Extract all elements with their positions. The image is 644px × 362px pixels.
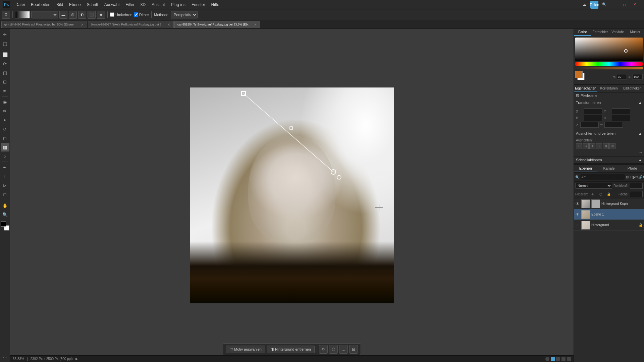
alpha-slider[interactable] bbox=[575, 67, 643, 69]
menu-bearbeiten[interactable]: Bearbeiten bbox=[28, 1, 53, 8]
canvas-image[interactable] bbox=[190, 87, 394, 303]
hue-slider[interactable] bbox=[575, 62, 643, 66]
view-btn[interactable]: ⊟ bbox=[349, 345, 358, 354]
status-icon5[interactable] bbox=[567, 357, 571, 361]
layer-visibility-1[interactable]: 👁 bbox=[575, 212, 580, 217]
motiv-select-btn[interactable]: ⬚ Motiv auswählen bbox=[226, 346, 265, 353]
layer-link-btn[interactable]: 🔗 bbox=[638, 174, 642, 180]
align-more-btn[interactable]: ··· bbox=[639, 150, 642, 155]
tab-girl[interactable]: girl-1846490 Pixels auf Pixabay.jpg bei … bbox=[1, 21, 87, 28]
menu-schrift[interactable]: Schrift bbox=[84, 1, 101, 8]
fix-position-btn[interactable]: ✛ bbox=[589, 191, 596, 197]
w-input[interactable] bbox=[584, 115, 602, 121]
layer-item-ebene1[interactable]: 👁 Ebene 1 bbox=[574, 209, 644, 220]
tool-object-select[interactable]: ◫ bbox=[1, 68, 9, 77]
bg-remove-btn[interactable]: ◨ Hintergrund entfernen bbox=[267, 346, 315, 353]
tool-hand[interactable]: ✋ bbox=[1, 201, 9, 210]
tab-girl-close[interactable]: ✕ bbox=[80, 22, 84, 26]
menu-datei[interactable]: Datei bbox=[13, 1, 28, 8]
tool-zoom[interactable]: 🔍 bbox=[1, 210, 9, 219]
menu-filter[interactable]: Filter bbox=[123, 1, 137, 8]
opacity-input[interactable]: 100% bbox=[630, 183, 643, 189]
angle2-input[interactable] bbox=[604, 122, 623, 128]
blend-mode-select[interactable]: Normal bbox=[575, 183, 612, 189]
y-input[interactable] bbox=[612, 108, 630, 114]
rotate-btn[interactable]: ↺ bbox=[319, 345, 328, 354]
tab-kanaele[interactable]: Kanäle bbox=[597, 165, 621, 172]
tab-bibliotheken[interactable]: Bibliotheken bbox=[621, 85, 644, 92]
align-right[interactable]: ⊤ bbox=[589, 143, 595, 149]
tab-pfade[interactable]: Pfade bbox=[621, 165, 644, 172]
tool-eraser[interactable]: ◻ bbox=[1, 134, 9, 142]
window-max[interactable]: □ bbox=[621, 1, 629, 9]
layer-adjust-btn[interactable]: ◑ bbox=[632, 174, 635, 180]
tab-cat[interactable]: cat-551554 Ty Swartz auf Pixabay.jpg bei… bbox=[174, 21, 260, 28]
angle-input[interactable] bbox=[580, 122, 599, 128]
method-select[interactable]: Perspektiv bbox=[171, 11, 198, 18]
h-input[interactable] bbox=[612, 115, 630, 121]
layer-item-hintergrund-kopie[interactable]: 👁 Hintergrund Kopie bbox=[574, 198, 644, 209]
fix-all-btn[interactable]: 🔒 bbox=[605, 191, 612, 197]
x-input[interactable] bbox=[584, 108, 602, 114]
align-bottom[interactable]: ⊡ bbox=[609, 143, 615, 149]
tab-muster[interactable]: Muster bbox=[627, 29, 644, 36]
tool-crop[interactable]: ⊡ bbox=[1, 77, 9, 86]
tab-eigenschaften[interactable]: Eigenschaften bbox=[574, 85, 597, 92]
menu-hilfe[interactable]: Hilfe bbox=[209, 1, 222, 8]
tool-type[interactable]: T bbox=[1, 172, 9, 181]
tool-marquee[interactable]: ⬜ bbox=[1, 50, 9, 59]
tool-artboard[interactable]: ⬚ bbox=[1, 39, 9, 48]
gradient-reflect-btn[interactable]: ⬛ bbox=[88, 11, 96, 19]
gradient-radial-btn[interactable]: ◎ bbox=[69, 11, 77, 19]
tool-path-select[interactable]: ⊳ bbox=[1, 181, 9, 190]
fill-input[interactable]: 100% bbox=[630, 191, 643, 197]
reverse-checkbox-label[interactable]: Umkehren bbox=[110, 12, 132, 17]
more-btn[interactable]: … bbox=[339, 345, 348, 354]
gradient-preset-swatch[interactable] bbox=[15, 11, 30, 18]
align-header[interactable]: Ausrichten und verteilen ▲ bbox=[574, 130, 644, 137]
color-swatches[interactable] bbox=[1, 221, 9, 231]
tool-spot-heal[interactable]: ◉ bbox=[1, 98, 9, 106]
saturation-input[interactable] bbox=[633, 74, 643, 79]
transform-header[interactable]: Transformieren ▲ bbox=[574, 99, 644, 106]
cloud-sync-btn[interactable]: ☁ bbox=[580, 1, 588, 9]
tab-cat-close[interactable]: ✕ bbox=[253, 22, 257, 26]
align-center-v[interactable]: ⊞ bbox=[603, 143, 609, 149]
menu-3d[interactable]: 3D bbox=[138, 1, 148, 8]
menu-ebene[interactable]: Ebene bbox=[66, 1, 84, 8]
menu-bild[interactable]: Bild bbox=[54, 1, 66, 8]
tool-lasso[interactable]: ⟳ bbox=[1, 59, 9, 68]
dither-checkbox-label[interactable]: Dither bbox=[134, 12, 149, 17]
tool-move[interactable]: ✛ bbox=[1, 30, 9, 39]
search-btn[interactable]: 🔍 bbox=[600, 1, 608, 9]
tab-verlaeufe[interactable]: Verläufe bbox=[609, 29, 627, 36]
tool-options-btn[interactable]: ⚙ bbox=[2, 11, 10, 19]
tool-history-brush[interactable]: ↺ bbox=[1, 125, 9, 133]
dither-checkbox[interactable] bbox=[134, 12, 138, 17]
quick-actions-header[interactable]: Schnellaktionen ▲ bbox=[574, 157, 644, 164]
status-icon2[interactable] bbox=[551, 357, 555, 361]
tool-gradient[interactable]: ▦ bbox=[1, 143, 9, 152]
menu-plugins[interactable]: Plug-ins bbox=[168, 1, 188, 8]
layers-search-input[interactable] bbox=[580, 174, 625, 180]
tool-dodge[interactable]: ○ bbox=[1, 152, 9, 161]
layer-mask-btn[interactable]: □ bbox=[636, 174, 638, 180]
menu-ansicht[interactable]: Ansicht bbox=[149, 1, 167, 8]
tool-extra[interactable]: … bbox=[1, 352, 9, 361]
window-close[interactable]: ✕ bbox=[631, 1, 639, 9]
tool-shape[interactable]: □ bbox=[1, 190, 9, 199]
status-icon4[interactable] bbox=[561, 357, 566, 361]
layer-add-btn[interactable]: + bbox=[629, 174, 631, 180]
fix-pixels-btn[interactable]: ⬡ bbox=[597, 191, 604, 197]
layer-visibility-0[interactable]: 👁 bbox=[575, 201, 580, 206]
tab-ebenen[interactable]: Ebenen bbox=[574, 165, 597, 172]
tool-pen[interactable]: ✒ bbox=[1, 163, 9, 172]
hue-input[interactable] bbox=[617, 74, 627, 79]
status-icon3[interactable] bbox=[556, 357, 560, 361]
align-center-h[interactable]: ⊣ bbox=[583, 143, 589, 149]
tool-brush[interactable]: ✏ bbox=[1, 107, 9, 115]
tool-stamp[interactable]: ✦ bbox=[1, 116, 9, 124]
layer-filter-btn[interactable]: ⊟ bbox=[626, 174, 629, 180]
align-left[interactable]: ⊢ bbox=[576, 143, 582, 149]
tab-farbfelder[interactable]: Farbfelder bbox=[591, 29, 609, 36]
